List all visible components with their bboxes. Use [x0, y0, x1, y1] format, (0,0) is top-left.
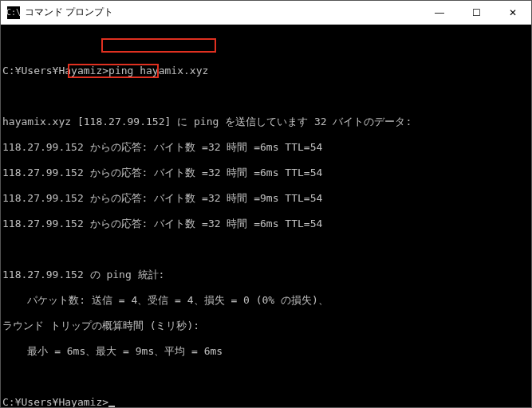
stats-packets: パケット数: 送信 = 4、受信 = 4、損失 = 0 (0% の損失)、 [2, 294, 530, 307]
prompt-path: C:¥Users¥Hayamiz> [2, 396, 108, 408]
minimize-button[interactable]: — [421, 1, 458, 24]
blank-line [2, 90, 530, 103]
ping-command: ping hayamix.xyz [108, 65, 208, 76]
ping-ip: [118.27.99.152] [77, 116, 171, 128]
ping-reply: 118.27.99.152 からの応答: バイト数 =32 時間 =9ms TT… [2, 192, 530, 205]
prompt-path: C:¥Users¥Hayamiz> [2, 65, 108, 76]
ping-header-rest: に ping を送信しています 32 バイトのデータ: [177, 116, 412, 128]
ping-header-line: hayamix.xyz [118.27.99.152] に ping を送信して… [2, 116, 530, 128]
blank-line [2, 243, 530, 256]
ping-reply: 118.27.99.152 からの応答: バイト数 =32 時間 =6ms TT… [2, 167, 530, 179]
stats-rtt-values: 最小 = 6ms、最大 = 9ms、平均 = 6ms [2, 345, 530, 358]
window-controls: — ☐ ✕ [421, 1, 531, 24]
stats-header: 118.27.99.152 の ping 統計: [2, 269, 530, 281]
ping-reply: 118.27.99.152 からの応答: バイト数 =32 時間 =6ms TT… [2, 141, 530, 154]
prompt-line: C:¥Users¥Hayamiz>ping hayamix.xyz [2, 65, 530, 77]
ping-host: hayamix.xyz [2, 116, 77, 128]
terminal-output[interactable]: C:¥Users¥Hayamiz>ping hayamix.xyz hayami… [1, 25, 531, 407]
close-button[interactable]: ✕ [495, 1, 531, 24]
stats-rtt-label: ラウンド トリップの概算時間 (ミリ秒): [2, 320, 530, 332]
maximize-button[interactable]: ☐ [458, 1, 495, 24]
prompt-line: C:¥Users¥Hayamiz> [2, 396, 530, 408]
blank-line [2, 39, 530, 52]
cmd-icon: C:\ [7, 6, 20, 19]
ping-reply: 118.27.99.152 からの応答: バイト数 =32 時間 =6ms TT… [2, 218, 530, 230]
window-title: コマンド プロンプト [25, 6, 421, 19]
titlebar: C:\ コマンド プロンプト — ☐ ✕ [1, 1, 531, 25]
blank-line [2, 371, 530, 383]
